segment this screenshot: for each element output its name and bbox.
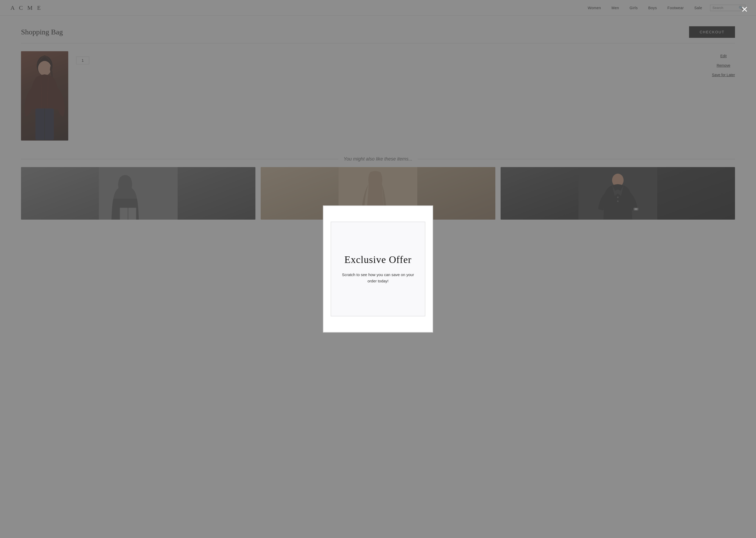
modal-subtitle: Scratch to see how you can save on your … bbox=[339, 272, 417, 284]
modal: Exclusive Offer Scratch to see how you c… bbox=[323, 205, 433, 333]
close-button[interactable]: ✕ bbox=[741, 5, 748, 14]
modal-overlay[interactable]: ✕ Exclusive Offer Scratch to see how you… bbox=[0, 0, 756, 538]
modal-title: Exclusive Offer bbox=[344, 254, 412, 265]
modal-inner: Exclusive Offer Scratch to see how you c… bbox=[331, 222, 425, 316]
